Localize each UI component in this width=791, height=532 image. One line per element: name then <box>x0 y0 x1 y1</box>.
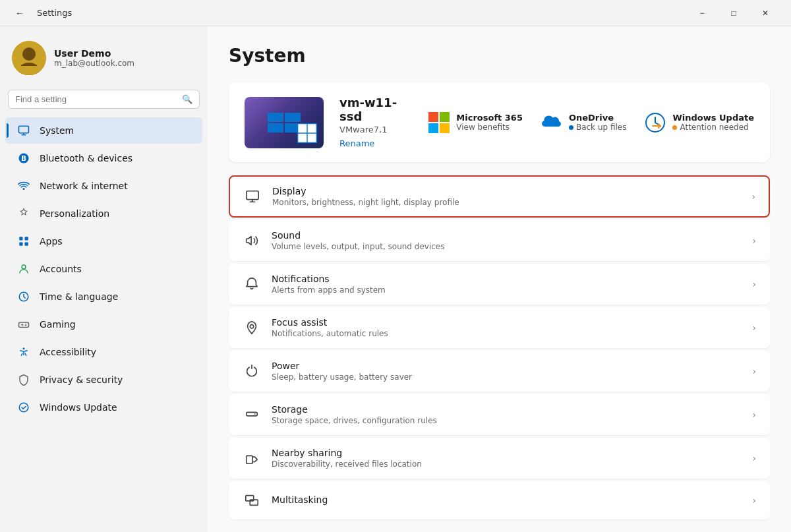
onedrive-icon <box>541 112 562 133</box>
focus-text: Focus assist Notifications, automatic ru… <box>272 317 742 338</box>
avatar <box>12 41 46 75</box>
svg-point-15 <box>23 347 25 349</box>
close-button[interactable]: ✕ <box>750 3 780 24</box>
sidebar-label-bluetooth: Bluetooth & devices <box>40 153 132 163</box>
svg-rect-10 <box>19 243 22 246</box>
svg-rect-27 <box>247 191 258 200</box>
sidebar-item-windows-update[interactable]: Windows Update <box>5 394 202 421</box>
sidebar-label-windows-update: Windows Update <box>40 402 117 413</box>
user-profile[interactable]: User Demo m_lab@outlook.com <box>0 34 208 87</box>
sidebar-item-personalization[interactable]: Personalization <box>5 200 202 227</box>
m365-name: Microsoft 365 <box>456 113 523 123</box>
user-name: User Demo <box>54 48 134 59</box>
nearby-title: Nearby sharing <box>272 448 742 458</box>
service-m365[interactable]: Microsoft 365 View benefits <box>428 112 523 133</box>
settings-item-display[interactable]: Display Monitors, brightness, night ligh… <box>229 175 770 218</box>
device-name: vm-w11-ssd <box>339 96 413 123</box>
m365-icon <box>428 112 450 133</box>
accounts-icon <box>17 262 30 276</box>
service-onedrive[interactable]: OneDrive Back up files <box>541 112 627 133</box>
svg-rect-21 <box>285 123 301 133</box>
storage-text: Storage Storage space, drives, configura… <box>272 404 742 425</box>
sidebar-item-network[interactable]: Network & internet <box>5 173 202 199</box>
notifications-chevron: › <box>752 279 756 289</box>
settings-item-sound[interactable]: Sound Volume levels, output, input, soun… <box>229 220 770 261</box>
storage-chevron: › <box>752 409 756 420</box>
personalization-icon <box>17 207 30 220</box>
search-box[interactable]: 🔍 <box>8 90 200 109</box>
sidebar-label-personalization: Personalization <box>40 208 109 219</box>
power-text: Power Sleep, battery usage, battery save… <box>272 361 742 382</box>
hero-card: vm-w11-ssd VMware7,1 Rename <box>229 82 770 162</box>
focus-sub: Notifications, automatic rules <box>272 329 742 338</box>
search-input[interactable] <box>15 94 177 104</box>
sidebar-item-bluetooth[interactable]: B Bluetooth & devices <box>5 145 202 171</box>
sidebar-item-privacy[interactable]: Privacy & security <box>5 367 202 393</box>
m365-text: Microsoft 365 View benefits <box>456 113 523 132</box>
onedrive-name: OneDrive <box>569 113 627 123</box>
svg-rect-9 <box>25 237 28 240</box>
settings-item-nearby[interactable]: Nearby sharing Discoverability, received… <box>229 438 770 479</box>
display-sub: Monitors, brightness, night light, displ… <box>272 198 741 207</box>
sidebar-item-apps[interactable]: Apps <box>5 228 202 254</box>
sidebar-label-privacy: Privacy & security <box>40 374 123 385</box>
notifications-sub: Alerts from apps and system <box>272 285 742 295</box>
minimize-button[interactable]: − <box>687 3 717 24</box>
sidebar-item-accessibility[interactable]: Accessibility <box>5 339 202 365</box>
maximize-button[interactable]: □ <box>718 3 749 24</box>
sidebar-item-gaming[interactable]: Gaming <box>5 311 202 338</box>
rename-link[interactable]: Rename <box>339 138 374 148</box>
device-thumbnail <box>245 97 324 148</box>
service-windows-update[interactable]: Windows Update Attention needed <box>645 112 754 133</box>
svg-rect-24 <box>428 123 438 133</box>
onedrive-dot <box>569 125 573 130</box>
power-title: Power <box>272 361 742 371</box>
settings-item-notifications[interactable]: Notifications Alerts from apps and syste… <box>229 264 770 305</box>
nearby-icon <box>243 449 261 467</box>
svg-rect-3 <box>12 66 46 75</box>
sidebar-item-accounts[interactable]: Accounts <box>5 256 202 282</box>
svg-text:B: B <box>21 154 26 162</box>
sidebar-label-network: Network & internet <box>40 181 128 191</box>
sound-icon <box>243 231 261 250</box>
power-icon <box>243 362 261 380</box>
settings-item-power[interactable]: Power Sleep, battery usage, battery save… <box>229 351 770 392</box>
focus-icon <box>243 318 261 337</box>
display-icon <box>243 187 262 206</box>
display-text: Display Monitors, brightness, night ligh… <box>272 186 741 207</box>
system-icon <box>17 124 30 137</box>
sidebar-label-gaming: Gaming <box>40 319 76 330</box>
sidebar-label-accounts: Accounts <box>40 264 82 274</box>
storage-sub: Storage space, drives, configuration rul… <box>272 416 742 425</box>
multitasking-title: Multitasking <box>272 494 742 505</box>
search-icon: 🔍 <box>182 94 192 104</box>
notifications-title: Notifications <box>272 274 742 284</box>
back-button[interactable]: ← <box>11 4 29 22</box>
bluetooth-icon: B <box>17 152 30 165</box>
sidebar-item-system[interactable]: System <box>5 117 202 144</box>
svg-rect-20 <box>268 123 283 133</box>
time-icon <box>17 290 30 303</box>
notifications-text: Notifications Alerts from apps and syste… <box>272 274 742 295</box>
svg-rect-19 <box>285 113 301 122</box>
settings-item-storage[interactable]: Storage Storage space, drives, configura… <box>229 394 770 435</box>
svg-point-28 <box>250 324 254 328</box>
user-info: User Demo m_lab@outlook.com <box>54 48 134 68</box>
power-sub: Sleep, battery usage, battery saver <box>272 372 742 382</box>
multitasking-text: Multitasking <box>272 494 742 506</box>
m365-sub: View benefits <box>456 123 523 132</box>
focus-chevron: › <box>752 322 756 333</box>
settings-item-focus[interactable]: Focus assist Notifications, automatic ru… <box>229 307 770 348</box>
hero-services: Microsoft 365 View benefits OneDriv <box>428 112 754 133</box>
svg-point-12 <box>22 265 26 269</box>
sidebar-item-time[interactable]: Time & language <box>5 283 202 310</box>
svg-rect-22 <box>428 112 438 122</box>
windows-update-service-sub: Attention needed <box>672 123 754 132</box>
svg-rect-11 <box>25 243 28 246</box>
nearby-text: Nearby sharing Discoverability, received… <box>272 448 742 469</box>
windows-update-service-name: Windows Update <box>672 113 754 123</box>
svg-rect-25 <box>440 123 450 133</box>
display-title: Display <box>272 186 741 196</box>
settings-item-multitasking[interactable]: Multitasking › <box>229 481 770 519</box>
page-title: System <box>229 45 770 67</box>
